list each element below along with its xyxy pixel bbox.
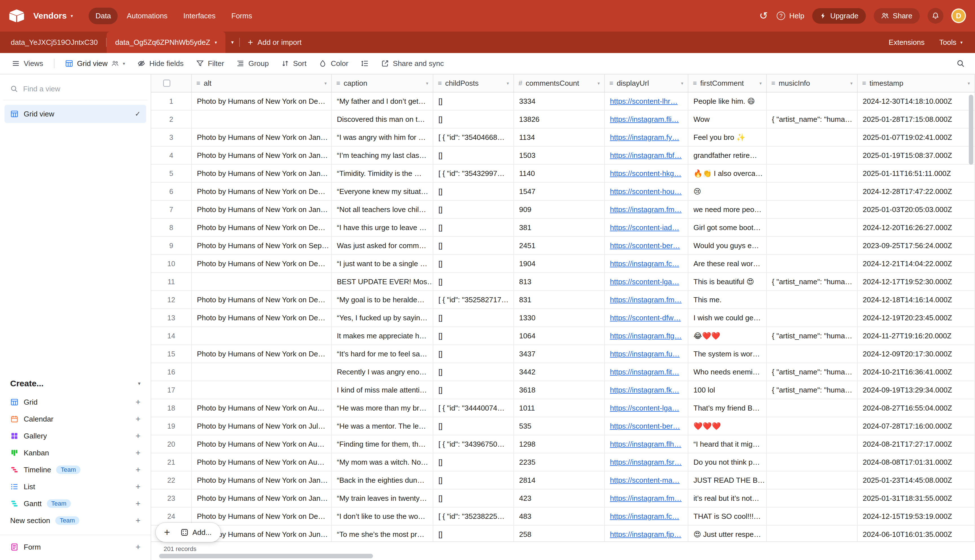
- add-view-icon[interactable]: +: [135, 499, 140, 508]
- cell-firstComment[interactable]: Who needs enemi…: [688, 363, 767, 381]
- cell-displayUrl[interactable]: https://instagram.fc…: [605, 255, 688, 272]
- cell-alt[interactable]: Photo by Humans of New York on De…: [192, 219, 332, 236]
- add-view-icon[interactable]: +: [135, 542, 140, 552]
- create-section-header[interactable]: Create... ▾: [0, 373, 151, 393]
- cell-alt[interactable]: [192, 363, 332, 381]
- cell-timestamp[interactable]: 2024-06-10T16:01:35.000Z: [858, 526, 975, 542]
- cell-alt[interactable]: Photo by Humans of New York on Jul…: [192, 417, 332, 435]
- row-number[interactable]: 20: [151, 435, 192, 453]
- create-item-kanban[interactable]: Kanban +: [0, 444, 151, 461]
- row-number[interactable]: 2: [151, 110, 192, 128]
- row-number[interactable]: 22: [151, 472, 192, 489]
- cell-musicInfo[interactable]: { "artist_name": "huma…: [767, 110, 858, 128]
- cell-displayUrl[interactable]: https://instagram.fbf…: [605, 147, 688, 164]
- column-header-timestamp[interactable]: ≡timestamp▾: [858, 75, 975, 92]
- cell-musicInfo[interactable]: [767, 128, 858, 146]
- cell-displayUrl[interactable]: https://scontent-ma…: [605, 472, 688, 489]
- cell-firstComment[interactable]: ❤️❤️❤️: [688, 417, 767, 435]
- cell-childPosts[interactable]: []: [433, 381, 514, 399]
- cell-caption[interactable]: It makes me appreciate h…: [332, 327, 433, 345]
- current-view-button[interactable]: Grid view ▾: [60, 57, 130, 71]
- cell-childPosts[interactable]: []: [433, 472, 514, 489]
- cell-commentsCount[interactable]: 831: [514, 291, 605, 308]
- cell-firstComment[interactable]: I wish we could ge…: [688, 309, 767, 327]
- cell-childPosts[interactable]: []: [433, 183, 514, 200]
- row-number[interactable]: 4: [151, 147, 192, 164]
- cell-childPosts[interactable]: []: [433, 363, 514, 381]
- chevron-down-icon[interactable]: ▾: [968, 81, 970, 86]
- cell-displayUrl[interactable]: https://instagram.fu…: [605, 345, 688, 363]
- cell-timestamp[interactable]: 2024-08-21T17:27:17.000Z: [858, 435, 975, 453]
- cell-displayUrl[interactable]: https://scontent-ber…: [605, 237, 688, 254]
- cell-alt[interactable]: Photo by Humans of New York on De…: [192, 508, 332, 525]
- url-link[interactable]: https://scontent-iad…: [610, 223, 679, 232]
- cell-firstComment[interactable]: 😢: [688, 183, 767, 200]
- cell-timestamp[interactable]: 2025-01-28T17:15:08.000Z: [858, 110, 975, 128]
- cell-timestamp[interactable]: 2024-12-30T14:18:10.000Z: [858, 92, 975, 110]
- cell-caption[interactable]: “To me she’s the most pr…: [332, 526, 433, 542]
- share-button[interactable]: Share: [874, 8, 920, 24]
- create-item-form[interactable]: Form +: [0, 538, 151, 555]
- cell-musicInfo[interactable]: [767, 345, 858, 363]
- cell-displayUrl[interactable]: https://scontent-lga…: [605, 399, 688, 417]
- cell-displayUrl[interactable]: https://scontent-lga…: [605, 273, 688, 290]
- row-number[interactable]: 21: [151, 453, 192, 471]
- row-number[interactable]: 9: [151, 237, 192, 254]
- row-number[interactable]: 18: [151, 399, 192, 417]
- horizontal-scrollbar[interactable]: [159, 554, 373, 558]
- cell-timestamp[interactable]: 2024-12-17T19:52:30.000Z: [858, 273, 975, 290]
- url-link[interactable]: https://scontent-lga…: [610, 404, 679, 412]
- cell-caption[interactable]: Was just asked for comm…: [332, 237, 433, 254]
- group-button[interactable]: Group: [231, 57, 274, 71]
- cell-childPosts[interactable]: []: [433, 309, 514, 327]
- add-options-button[interactable]: Add...: [175, 528, 217, 537]
- nav-data[interactable]: Data: [88, 8, 118, 24]
- cell-commentsCount[interactable]: 13826: [514, 110, 605, 128]
- vertical-scrollbar[interactable]: [969, 95, 973, 165]
- cell-timestamp[interactable]: 2024-12-20T16:26:27.000Z: [858, 219, 975, 236]
- cell-timestamp[interactable]: 2025-01-19T15:08:37.000Z: [858, 147, 975, 164]
- url-link[interactable]: https://instagram.ftg…: [610, 332, 681, 340]
- cell-childPosts[interactable]: []: [433, 237, 514, 254]
- cell-alt[interactable]: Photo by Humans of New York on Jan…: [192, 147, 332, 164]
- create-item-list[interactable]: List +: [0, 478, 151, 495]
- cell-caption[interactable]: “My train leaves in twenty…: [332, 490, 433, 507]
- create-item-calendar[interactable]: Calendar +: [0, 410, 151, 427]
- chevron-down-icon[interactable]: ▾: [681, 81, 683, 86]
- cell-caption[interactable]: “I have this urge to leave …: [332, 219, 433, 236]
- find-a-view[interactable]: [3, 78, 147, 100]
- cell-musicInfo[interactable]: [767, 490, 858, 507]
- row-number[interactable]: 23: [151, 490, 192, 507]
- upgrade-button[interactable]: Upgrade: [812, 8, 866, 24]
- cell-displayUrl[interactable]: https://instagram.fy…: [605, 128, 688, 146]
- share-and-sync-button[interactable]: Share and sync: [376, 57, 449, 71]
- views-toggle-button[interactable]: Views: [7, 57, 48, 71]
- workspace-menu[interactable]: Vendors ▾: [30, 9, 76, 23]
- history-icon[interactable]: ↺: [758, 10, 769, 22]
- cell-timestamp[interactable]: 2024-08-08T17:01:31.000Z: [858, 453, 975, 471]
- cell-childPosts[interactable]: [ { "id": "352582717…: [433, 291, 514, 308]
- cell-childPosts[interactable]: []: [433, 219, 514, 236]
- cell-caption[interactable]: Recently I was angry eno…: [332, 363, 433, 381]
- row-number[interactable]: 10: [151, 255, 192, 272]
- cell-firstComment[interactable]: This is beautiful 😍: [688, 273, 767, 290]
- cell-musicInfo[interactable]: [767, 201, 858, 218]
- cell-alt[interactable]: Photo by Humans of New York on Sep…: [192, 237, 332, 254]
- chevron-down-icon[interactable]: ▾: [850, 81, 853, 86]
- row-number[interactable]: 17: [151, 381, 192, 399]
- cell-caption[interactable]: “Finding time for them, th…: [332, 435, 433, 453]
- cell-commentsCount[interactable]: 423: [514, 490, 605, 507]
- cell-caption[interactable]: “I don’t like to use the wo…: [332, 508, 433, 525]
- cell-alt[interactable]: Photo by Humans of New York on Jan…: [192, 201, 332, 218]
- cell-firstComment[interactable]: This me.: [688, 291, 767, 308]
- cell-caption[interactable]: “I’m teaching my last clas…: [332, 147, 433, 164]
- cell-displayUrl[interactable]: https://instagram.flh…: [605, 435, 688, 453]
- cell-commentsCount[interactable]: 2814: [514, 472, 605, 489]
- cell-firstComment[interactable]: 🔥👏 I also overca…: [688, 165, 767, 182]
- url-link[interactable]: https://instagram.fc…: [610, 512, 679, 520]
- cell-alt[interactable]: Photo by Humans of New York on Jan…: [192, 472, 332, 489]
- cell-timestamp[interactable]: 2024-08-27T16:55:04.000Z: [858, 399, 975, 417]
- add-or-import-button[interactable]: + Add or import: [240, 32, 309, 53]
- url-link[interactable]: https://scontent-ma…: [610, 476, 679, 485]
- cell-timestamp[interactable]: 2024-12-09T20:17:30.000Z: [858, 345, 975, 363]
